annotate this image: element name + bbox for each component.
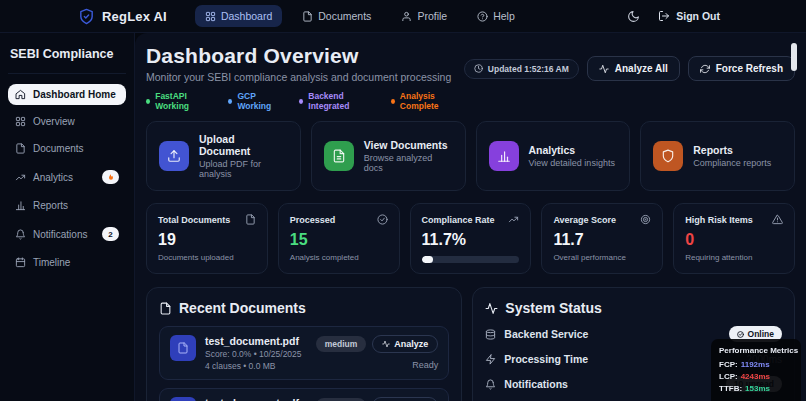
file-text-icon	[159, 302, 172, 315]
quick-card-title: Upload Document	[199, 133, 288, 157]
bell-icon	[485, 379, 496, 390]
stat-processed: Processed 15 Analysis completed	[278, 203, 400, 274]
stat-compliance-rate: Compliance Rate 11.7%	[410, 203, 532, 274]
document-name: test_document.pdf	[205, 335, 302, 347]
file-icon	[170, 397, 196, 401]
status-gcp: GCP Working	[228, 91, 283, 111]
zap-icon	[485, 354, 496, 365]
file-icon	[170, 335, 196, 361]
quick-card-subtitle: Browse analyzed docs	[364, 153, 453, 173]
stat-caption: Overall performance	[553, 253, 651, 262]
analyze-button[interactable]: Analyze	[372, 397, 438, 401]
quick-card-analytics[interactable]: Analytics View detailed insights	[476, 121, 631, 191]
analyze-button[interactable]: Analyze	[372, 335, 438, 353]
activity-icon	[599, 64, 609, 74]
trending-up-icon	[15, 172, 26, 183]
stat-value: 11.7%	[422, 231, 520, 249]
top-navigation: Dashboard Documents Profile Help	[195, 5, 525, 27]
alert-triangle-icon	[772, 214, 783, 225]
quick-card-view-documents[interactable]: View Documents Browse analyzed docs	[311, 121, 466, 191]
sidebar-title: SEBI Compliance	[8, 43, 126, 74]
stat-average-score: Average Score 11.7 Overall performance	[541, 203, 663, 274]
file-text-icon	[324, 141, 354, 171]
file-text-icon	[302, 11, 313, 22]
performance-metrics-title: Performance Metrics	[719, 346, 793, 355]
sidebar-item-overview[interactable]: Overview	[8, 111, 126, 132]
document-row-1[interactable]: test_document.pdf Score: 0.0% • 10/25/20…	[159, 326, 449, 380]
perf-row-ttfb: TTFB: 153ms	[719, 384, 793, 393]
main-content: Dashboard Overview Monitor your SEBI com…	[135, 33, 806, 401]
sidebar-item-analytics[interactable]: Analytics	[8, 165, 126, 189]
nav-item-profile[interactable]: Profile	[391, 5, 457, 27]
stat-caption: Analysis completed	[290, 253, 388, 262]
shield-check-logo-icon	[78, 8, 95, 25]
stat-label: High Risk Items	[685, 215, 753, 225]
sidebar-item-timeline[interactable]: Timeline	[8, 252, 126, 273]
trending-up-icon	[508, 214, 519, 225]
sidebar-item-label: Timeline	[33, 257, 70, 268]
document-row-2[interactable]: test_document.pdf Score: 25.0% • 10/25/2…	[159, 388, 449, 401]
recent-documents-title: Recent Documents	[179, 300, 306, 316]
nav-item-documents[interactable]: Documents	[292, 5, 381, 27]
check-circle-icon	[377, 214, 388, 225]
dashboard-grid-icon	[205, 11, 216, 22]
analyze-label: Analyze	[394, 339, 428, 349]
sign-out-label: Sign Out	[676, 10, 720, 22]
theme-toggle-moon-icon[interactable]	[627, 10, 640, 23]
stat-label: Processed	[290, 215, 336, 225]
updated-badge: Updated 1:52:16 AM	[464, 59, 579, 79]
calendar-icon	[15, 257, 26, 268]
perf-row-lcp: LCP: 4243ms	[719, 372, 793, 381]
stat-caption: Requiring attention	[685, 253, 783, 262]
brand: RegLex AI	[78, 8, 167, 25]
sidebar-item-label: Documents	[33, 143, 84, 154]
system-status-title: System Status	[505, 300, 601, 316]
performance-metrics-overlay: Performance Metrics FCP: 1192ms LCP: 424…	[711, 339, 801, 401]
stats-row: Total Documents 19 Documents uploaded Pr…	[146, 203, 795, 274]
sidebar-item-documents[interactable]: Documents	[8, 138, 126, 159]
page-subtitle: Monitor your SEBI compliance analysis an…	[146, 71, 464, 83]
header-actions: Updated 1:52:16 AM Analyze All Force Ref…	[464, 56, 795, 81]
quick-card-subtitle: View detailed insights	[529, 158, 615, 168]
document-name: test_document.pdf	[205, 397, 306, 401]
quick-card-subtitle: Compliance reports	[693, 158, 771, 168]
status-row-label: Processing Time	[504, 353, 588, 365]
sign-out-button[interactable]: Sign Out	[658, 10, 720, 22]
topbar-right: Sign Out	[627, 10, 720, 23]
stat-caption: Documents uploaded	[158, 253, 256, 262]
quick-card-upload-document[interactable]: Upload Document Upload PDF for analysis	[146, 121, 301, 191]
analyze-all-button[interactable]: Analyze All	[587, 56, 680, 81]
nav-label: Help	[493, 10, 515, 22]
file-icon	[245, 214, 256, 225]
scrollbar-thumb[interactable]	[791, 43, 797, 71]
quick-card-title: View Documents	[364, 139, 453, 151]
document-meta-score: Score: 0.0% • 10/25/2025	[205, 349, 302, 359]
updated-label: Updated 1:52:16 AM	[488, 64, 569, 74]
nav-item-dashboard[interactable]: Dashboard	[195, 5, 282, 27]
nav-item-help[interactable]: Help	[467, 5, 525, 27]
status-backend: Backend Integrated	[299, 91, 375, 111]
status-dot	[228, 99, 232, 104]
status-fastapi: FastAPI Working	[146, 91, 212, 111]
quick-card-title: Analytics	[529, 144, 615, 156]
sidebar-item-label: Reports	[33, 200, 68, 211]
status-indicators: FastAPI Working GCP Working Backend Inte…	[146, 91, 464, 111]
sidebar-item-reports[interactable]: Reports	[8, 195, 126, 216]
quick-card-reports[interactable]: Reports Compliance reports	[640, 121, 795, 191]
sidebar-item-label: Overview	[33, 116, 75, 127]
sidebar-item-dashboard-home[interactable]: Dashboard Home	[8, 84, 126, 105]
flame-badge	[102, 170, 119, 184]
stat-total-documents: Total Documents 19 Documents uploaded	[146, 203, 268, 274]
check-icon	[737, 331, 744, 338]
sidebar-item-notifications[interactable]: Notifications 2	[8, 222, 126, 246]
topbar: RegLex AI Dashboard Documents Profile He…	[0, 0, 806, 33]
stat-label: Total Documents	[158, 215, 230, 225]
force-refresh-label: Force Refresh	[716, 63, 783, 74]
force-refresh-button[interactable]: Force Refresh	[688, 56, 795, 81]
notification-count-badge: 2	[102, 227, 119, 241]
document-status: Ready	[316, 360, 439, 370]
stat-value: 15	[290, 231, 388, 249]
analyze-all-label: Analyze All	[615, 63, 668, 74]
compliance-progress-fill	[422, 256, 434, 263]
bottom-panels: Recent Documents test_document.pdf Score…	[146, 287, 795, 401]
